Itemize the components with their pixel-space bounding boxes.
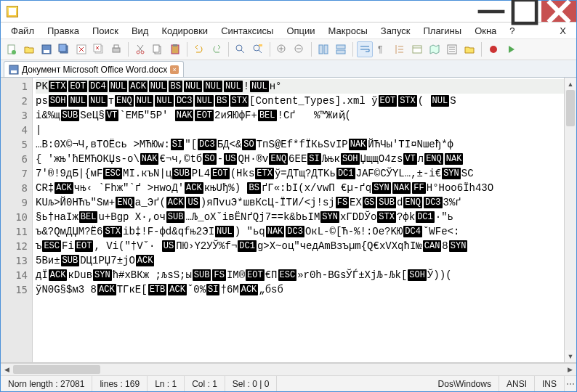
svg-rect-39: [336, 45, 345, 49]
code-line[interactable]: { 'жњ'ћEMЋOКЏs-o\NAK€¬ч,©tбSO-USQН·®vENQ…: [36, 152, 564, 166]
save-all-button[interactable]: [56, 41, 72, 57]
menu-окна[interactable]: Окна: [469, 24, 502, 38]
new-file-button[interactable]: [4, 41, 20, 57]
paste-button[interactable]: [167, 41, 183, 57]
word-wrap-button[interactable]: [357, 41, 373, 57]
zoom-out-button[interactable]: [291, 41, 307, 57]
scroll-right-button[interactable]: ▶: [564, 366, 576, 373]
menu-плагины[interactable]: Плагины: [417, 24, 467, 38]
line-number: 4: [1, 123, 28, 137]
scroll-down-button[interactable]: ▼: [565, 350, 576, 362]
menu-файл[interactable]: Файл: [5, 24, 40, 38]
menu-опции[interactable]: Опции: [281, 24, 320, 38]
folder-view-button[interactable]: [461, 41, 477, 57]
zoom-in-button[interactable]: [274, 41, 290, 57]
control-char: NUL: [155, 95, 174, 107]
status-length: Norn length : 27081: [1, 376, 92, 391]
menu-x[interactable]: X: [554, 24, 572, 38]
svg-rect-37: [319, 45, 323, 54]
close-file-button[interactable]: [73, 41, 89, 57]
control-char: ENQ: [116, 197, 134, 208]
svg-point-5: [12, 50, 16, 54]
code-line[interactable]: |: [36, 123, 564, 137]
scroll-up-button[interactable]: ▲: [565, 78, 576, 90]
copy-button[interactable]: [150, 41, 166, 57]
find-button[interactable]: [233, 41, 249, 57]
code-view[interactable]: PKETXEOTDC4NULACKNULBSNULNULNUL!NULн°psS…: [33, 78, 564, 362]
menu-вид[interactable]: Вид: [126, 24, 155, 38]
scroll-thumb-h[interactable]: [13, 365, 100, 374]
control-char: ACK: [240, 284, 259, 295]
code-line[interactable]: 5Ви±SUBDЦ1PЏ7±jOACK: [36, 253, 564, 268]
menu-кодировки[interactable]: Кодировки: [156, 24, 214, 38]
menu-запуск[interactable]: Запуск: [375, 24, 416, 38]
open-file-button[interactable]: [21, 41, 37, 57]
close-all-button[interactable]: [91, 41, 107, 57]
menu-синтаксисы[interactable]: Синтаксисы: [215, 24, 279, 38]
doc-map-button[interactable]: [427, 41, 443, 57]
control-char: DC4: [403, 226, 422, 237]
control-char: STX: [398, 95, 417, 107]
macro-record-button[interactable]: [485, 41, 501, 57]
menu-?[interactable]: ?: [504, 24, 520, 38]
macro-play-button[interactable]: [503, 41, 519, 57]
maximize-button[interactable]: [508, 1, 541, 22]
control-char: SI: [307, 153, 320, 165]
menu-макросы[interactable]: Макросы: [323, 24, 374, 38]
svg-rect-17: [113, 48, 120, 52]
svg-line-28: [241, 50, 244, 53]
code-line[interactable]: …В:0Х©¬Ч,вTOЁсь >MЋЮw:SI"[DC3БД<&SOTпS@E…: [36, 137, 564, 152]
document-tab[interactable]: Документ Microsoft Office Word.docx ×: [4, 61, 184, 77]
control-char: NUL: [215, 226, 234, 237]
code-line[interactable]: PKETXEOTDC4NULACKNULBSNULNULNUL!NULн°: [36, 79, 564, 94]
control-char: ACK: [185, 182, 203, 194]
control-char: ACK: [49, 269, 68, 281]
code-line[interactable]: ъESCFiEOT, Vi("†Vˇ· USПЮ›Y2УЎ%f¬DC1g>X~o…: [36, 239, 564, 253]
code-line[interactable]: дЇACKкDuвSYNћ#xBКж ;љsS;ыSUBFSIM®EOT€ПES…: [36, 268, 564, 282]
undo-button[interactable]: [191, 41, 207, 57]
indent-guide-button[interactable]: [392, 41, 408, 57]
func-list-button[interactable]: [444, 41, 460, 57]
menu-правка[interactable]: Правка: [41, 24, 85, 38]
svg-rect-1: [513, 0, 536, 23]
control-char: NAK: [266, 226, 285, 237]
show-all-chars-button[interactable]: ¶: [374, 41, 390, 57]
control-char: SOH: [49, 95, 68, 107]
replace-button[interactable]: [250, 41, 266, 57]
line-number: 7: [1, 166, 28, 181]
sync-h-button[interactable]: [333, 41, 349, 57]
code-line[interactable]: psSOHNULNULтENQNULNULDC3NULBSSTX[Content…: [36, 94, 564, 108]
svg-point-19: [137, 51, 140, 54]
control-char: ENQ: [403, 197, 422, 208]
save-button[interactable]: [39, 41, 55, 57]
horizontal-scrollbar[interactable]: ◀ ▶: [1, 363, 576, 375]
code-line[interactable]: 7'®!9дБ|{мFESCMI.къN|цSUBPL4EOT(HksETXў=…: [36, 166, 564, 181]
print-button[interactable]: [108, 41, 124, 57]
scroll-thumb-v[interactable]: [566, 90, 575, 126]
control-char: STX: [377, 211, 396, 223]
line-number: 3: [1, 108, 28, 123]
resize-grip[interactable]: [565, 381, 576, 387]
cut-button[interactable]: [132, 41, 148, 57]
control-char: ETB: [148, 284, 167, 295]
code-line[interactable]: i&%щSUBSeЦ§VT`EMБ"5Р' NAKEOT2иЯЮфF+BEL!C…: [36, 108, 564, 123]
control-char: SYN: [449, 240, 468, 252]
sync-v-button[interactable]: [315, 41, 331, 57]
user-lang-button[interactable]: [409, 41, 425, 57]
close-button[interactable]: [541, 1, 576, 22]
control-char: SUB: [172, 168, 191, 179]
tab-close-icon[interactable]: ×: [170, 65, 179, 74]
code-line[interactable]: §ь†наIжBELu+Bgp X·,oчSUB…Љ_oXˇiвЁNґQj7==…: [36, 210, 564, 224]
save-icon: [9, 65, 19, 75]
line-number: 10: [1, 210, 28, 224]
scroll-left-button[interactable]: ◀: [1, 366, 13, 373]
vertical-scrollbar[interactable]: ▲ ▼: [564, 78, 576, 362]
minimize-button[interactable]: [475, 1, 508, 22]
code-line[interactable]: ўN0G§$м3 8ACKТГкE[ETBACKˇ0%SI†6MACK„бsб: [36, 282, 564, 297]
menu-поиск[interactable]: Поиск: [86, 24, 124, 38]
code-line[interactable]: KUљ>Й0НЋъ"Sм+ENQa_Эґ(ACKUS)яПvuЭ*швКсЦ-Ї…: [36, 195, 564, 210]
redo-button[interactable]: [209, 41, 225, 57]
code-line[interactable]: ъ&?QмДЏM?Ё6STXib‡!F-фd&qfњ2ЭINUL) "ьqNAK…: [36, 224, 564, 239]
code-line[interactable]: CR‡ACKчњ‹ `Fhж"`ґ >нwоД'ACKкњUђ%) BSґГ«:…: [36, 181, 564, 195]
line-number: 13: [1, 253, 28, 268]
